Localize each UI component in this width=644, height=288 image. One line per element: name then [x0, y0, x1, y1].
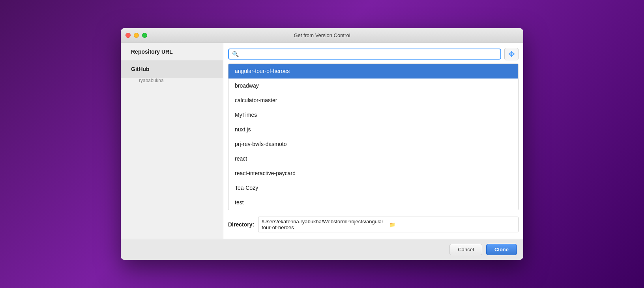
search-row: 🔍 ✥	[228, 48, 519, 60]
gear-icon: ✥	[508, 49, 515, 59]
directory-input[interactable]: /Users/ekaterina.ryabukha/WebstormProjec…	[258, 217, 519, 232]
clone-button[interactable]: Clone	[486, 244, 517, 255]
github-username: ryababukha	[121, 78, 223, 87]
repo-item[interactable]: broadway	[228, 79, 518, 93]
search-input[interactable]	[241, 51, 497, 57]
repo-item[interactable]: react	[228, 151, 518, 166]
main-panel: 🔍 ✥ angular-tour-of-heroesbroadwaycalcul…	[223, 43, 523, 239]
repository-list: angular-tour-of-heroesbroadwaycalculator…	[228, 64, 519, 210]
main-window: Get from Version Control Repository URL	[121, 28, 523, 260]
sidebar: Repository URL GitHub ryababukha	[121, 43, 223, 239]
search-icon: 🔍	[232, 51, 239, 57]
directory-value: /Users/ekaterina.ryabukha/WebstormProjec…	[262, 219, 388, 230]
sidebar-item-github[interactable]: GitHub	[121, 60, 223, 78]
content-area: Repository URL GitHub ryababukha 🔍	[121, 43, 523, 239]
repo-item[interactable]: react-interactive-paycard	[228, 166, 518, 181]
cancel-button[interactable]: Cancel	[449, 244, 482, 255]
repo-item[interactable]: MyTimes	[228, 108, 518, 122]
sidebar-item-repository-url-label: Repository URL	[131, 49, 173, 55]
search-box[interactable]: 🔍	[228, 49, 501, 60]
minimize-button[interactable]	[134, 33, 139, 38]
directory-row: Directory: /Users/ekaterina.ryabukha/Web…	[228, 215, 519, 234]
repo-item[interactable]: nuxt.js	[228, 122, 518, 137]
directory-label: Directory:	[228, 221, 254, 228]
repo-item[interactable]: calculator-master	[228, 93, 518, 108]
titlebar: Get from Version Control	[121, 28, 523, 43]
maximize-button[interactable]	[142, 33, 147, 38]
bottom-bar: Cancel Clone	[121, 239, 523, 260]
repo-item[interactable]: prj-rev-bwfs-dasmoto	[228, 137, 518, 151]
window-title: Get from Version Control	[294, 32, 350, 38]
traffic-lights	[125, 33, 147, 38]
sidebar-item-github-label: GitHub	[131, 66, 150, 72]
folder-icon[interactable]: 📁	[389, 222, 515, 228]
settings-button[interactable]: ✥	[504, 48, 519, 60]
sidebar-item-repository-url[interactable]: Repository URL	[121, 43, 223, 60]
repo-item[interactable]: Tea-Cozy	[228, 181, 518, 195]
repo-item[interactable]: angular-tour-of-heroes	[228, 64, 518, 79]
close-button[interactable]	[125, 33, 131, 38]
repo-item[interactable]: test	[228, 195, 518, 210]
